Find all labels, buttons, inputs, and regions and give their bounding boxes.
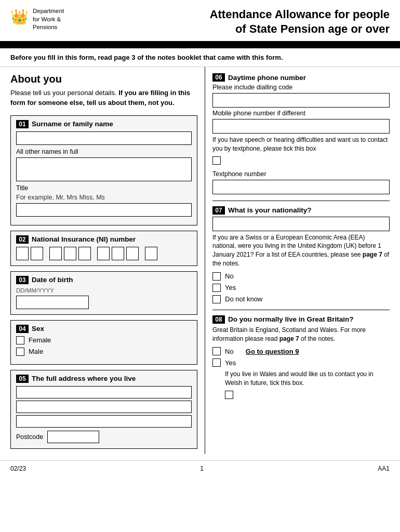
q06-group: 06 Daytime phone number Please include d… — [212, 73, 390, 194]
q05-label: The full address where you live — [32, 375, 136, 382]
title-area: Attendance Allowance for people of State… — [83, 7, 390, 36]
q07-q08-divider — [212, 310, 390, 310]
q08-header: 08 Do you normally live in Great Britain… — [212, 315, 390, 324]
mobile-phone-input[interactable] — [212, 119, 390, 134]
address-line-2[interactable] — [16, 401, 192, 413]
male-checkbox[interactable] — [16, 348, 24, 356]
address-inputs — [16, 386, 192, 428]
page-header: 👑 Departmentfor Work &Pensions Attendanc… — [0, 0, 400, 44]
textphone-input[interactable] — [212, 180, 390, 194]
q08-no-checkbox[interactable] — [212, 347, 221, 355]
q06-q07-divider — [212, 201, 390, 201]
q04-male-row: Male — [16, 348, 192, 356]
intro-text: Please tell us your personal details. If… — [10, 88, 197, 108]
ni-box-7[interactable] — [112, 247, 124, 260]
main-title: Attendance Allowance for people of State… — [83, 7, 390, 36]
notice-text: Before you fill in this form, read page … — [10, 54, 283, 61]
q06-label: Daytime phone number — [228, 74, 306, 82]
ni-box-9[interactable] — [145, 247, 157, 260]
footer-page: 1 — [200, 465, 204, 472]
q02-label: National Insurance (NI) number — [32, 235, 136, 243]
logo-area: 👑 Departmentfor Work &Pensions — [10, 7, 83, 32]
postcode-row: Postcode — [16, 431, 192, 443]
ni-box-4[interactable] — [64, 247, 76, 260]
surname-input[interactable] — [16, 131, 192, 145]
main-content: About you Please tell us your personal d… — [0, 67, 400, 454]
q03-group: 03 Date of birth DD/MM/YYYY — [10, 271, 197, 315]
q02-num: 02 — [16, 235, 29, 244]
q07-yes-label: Yes — [225, 284, 236, 291]
page-footer: 02/23 1 AA1 — [0, 460, 400, 476]
postcode-label: Postcode — [16, 433, 43, 441]
q01-sublabel1: All other names in full — [16, 148, 192, 155]
q07-no-checkbox[interactable] — [212, 272, 221, 281]
q08-yes-label: Yes — [225, 359, 236, 367]
ni-box-1[interactable] — [16, 247, 29, 260]
dept-name: Departmentfor Work &Pensions — [33, 7, 64, 32]
q04-label: Sex — [32, 325, 44, 332]
q08-gb-text: Great Britain is England, Scotland and W… — [212, 326, 390, 343]
q07-dontknow-row: Do not know — [212, 295, 390, 303]
ni-box-8[interactable] — [126, 247, 139, 260]
q08-yes-row: Yes — [212, 358, 390, 367]
q07-yes-checkbox[interactable] — [212, 284, 221, 292]
male-label: Male — [29, 348, 43, 355]
q01-title-example: For example, Mr, Mrs Miss, Ms — [16, 194, 192, 201]
ni-box-3[interactable] — [49, 247, 62, 260]
q07-header: 07 What is your nationality? — [212, 206, 390, 215]
q08-yes-checkbox[interactable] — [212, 358, 221, 367]
q07-eea-text: If you are a Swiss or a European Economi… — [212, 233, 390, 268]
right-section: 06 Daytime phone number Please include d… — [212, 67, 390, 401]
ni-box-6[interactable] — [97, 247, 110, 260]
other-names-input[interactable] — [16, 157, 192, 181]
footer-version: 02/23 — [10, 465, 26, 472]
q06-header: 06 Daytime phone number — [212, 73, 390, 82]
q08-group: 08 Do you normally live in Great Britain… — [212, 315, 390, 401]
q03-label: Date of birth — [32, 276, 73, 284]
q07-dontknow-checkbox[interactable] — [212, 295, 221, 303]
textphone-checkbox[interactable] — [212, 156, 221, 165]
q01-num: 01 — [16, 120, 29, 128]
q05-header: 05 The full address where you live — [16, 375, 192, 383]
title-input[interactable] — [16, 203, 192, 217]
section-heading: About you — [10, 73, 197, 85]
q03-header: 03 Date of birth — [16, 276, 192, 284]
address-line-1[interactable] — [16, 386, 192, 398]
footer-form-code: AA1 — [378, 465, 390, 472]
q01-group: 01 Surname or family name All other name… — [10, 115, 197, 225]
q06-num: 06 — [212, 73, 225, 82]
address-line-3[interactable] — [16, 415, 192, 428]
q06-sublabel1: Please include dialling code — [212, 84, 390, 91]
q06-speech-label: If you have speech or hearing difficulti… — [212, 136, 390, 153]
dob-input[interactable] — [16, 296, 89, 309]
ni-box-2[interactable] — [31, 247, 43, 260]
q07-num: 07 — [212, 206, 225, 215]
daytime-phone-input[interactable] — [212, 93, 390, 108]
q08-welsh-text: If you live in Wales and would like us t… — [225, 370, 390, 388]
q05-group: 05 The full address where you live Postc… — [10, 370, 197, 449]
q07-no-row: No — [212, 272, 390, 281]
q07-group: 07 What is your nationality? If you are … — [212, 206, 390, 303]
q06-sublabel2: Mobile phone number if different — [212, 110, 390, 117]
q04-header: 04 Sex — [16, 325, 192, 333]
q02-group: 02 National Insurance (NI) number — [10, 231, 197, 266]
q08-no-label: No — [225, 348, 234, 355]
q01-title-label: Title — [16, 184, 192, 192]
nationality-input[interactable] — [212, 217, 390, 231]
q03-num: 03 — [16, 276, 29, 284]
q01-header: 01 Surname or family name — [16, 120, 192, 128]
q07-label: What is your nationality? — [228, 206, 312, 214]
ni-boxes — [16, 247, 192, 260]
q08-go-to[interactable]: Go to question 9 — [246, 348, 299, 355]
q05-num: 05 — [16, 375, 29, 383]
black-bar — [0, 44, 400, 48]
female-checkbox[interactable] — [16, 336, 24, 344]
postcode-input[interactable] — [47, 431, 99, 443]
q07-dontknow-label: Do not know — [225, 295, 262, 303]
left-column: About you Please tell us your personal d… — [10, 67, 205, 454]
welsh-checkbox[interactable] — [225, 391, 233, 399]
right-column: 06 Daytime phone number Please include d… — [205, 67, 390, 454]
q07-no-label: No — [225, 272, 234, 280]
q02-header: 02 National Insurance (NI) number — [16, 235, 192, 244]
ni-box-5[interactable] — [78, 247, 91, 260]
